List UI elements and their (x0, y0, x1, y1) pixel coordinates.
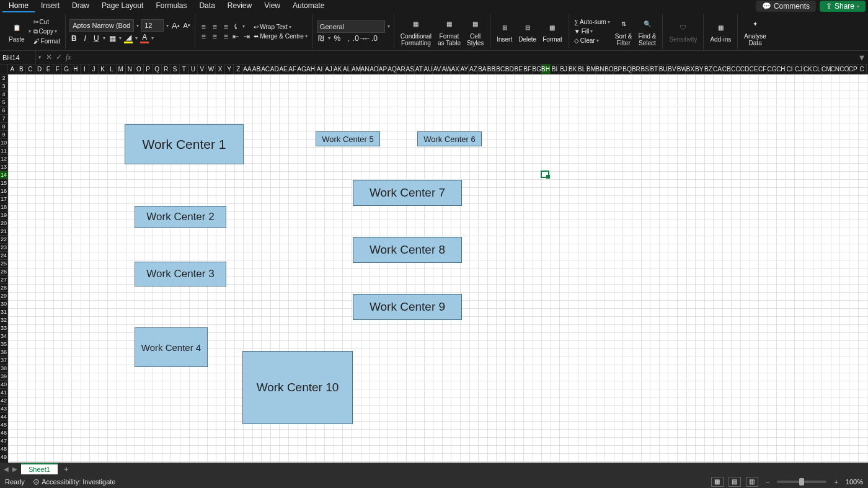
column-header[interactable]: T (180, 64, 189, 74)
column-header[interactable]: K (99, 64, 108, 74)
column-header[interactable]: AU (424, 64, 433, 74)
clear-button[interactable]: ◇Clear▾ (573, 37, 600, 45)
column-header[interactable]: AP (379, 64, 388, 74)
column-header[interactable]: BO (604, 64, 614, 74)
normal-view-button[interactable]: ▦ (711, 477, 724, 487)
column-header[interactable]: BF (523, 64, 533, 74)
column-header[interactable]: BM (587, 64, 596, 74)
column-header[interactable]: N (126, 64, 135, 74)
row-header[interactable]: 15 (0, 179, 8, 187)
row-header[interactable]: 24 (0, 252, 8, 260)
column-header[interactable]: CC (731, 64, 740, 74)
align-bottom-button[interactable]: ≡ (221, 22, 230, 31)
column-header[interactable]: CB (722, 64, 732, 74)
shape-work-center[interactable]: Work Center 6 (417, 131, 482, 146)
row-header[interactable]: 16 (0, 187, 8, 195)
column-header[interactable]: BL (577, 64, 587, 74)
column-header[interactable]: P (144, 64, 153, 74)
column-header[interactable]: V (198, 64, 207, 74)
enter-formula-button[interactable]: ✓ (56, 53, 62, 62)
add-sheet-button[interactable]: + (58, 464, 75, 474)
column-header[interactable]: CP (849, 64, 858, 74)
share-button[interactable]: ⇪ Share ▾ (820, 1, 866, 12)
column-header[interactable]: W (207, 64, 216, 74)
column-header[interactable]: BU (659, 64, 668, 74)
row-header[interactable]: 3 (0, 82, 8, 91)
row-header[interactable]: 38 (0, 365, 8, 373)
column-header[interactable]: BR (632, 64, 641, 74)
chevron-down-icon[interactable]: ▾ (388, 24, 390, 29)
column-header[interactable]: X (216, 64, 225, 74)
sort-filter-button[interactable]: ⇅Sort & Filter (613, 16, 635, 48)
column-header[interactable]: Q (153, 64, 162, 74)
active-cell[interactable] (541, 171, 549, 178)
row-header[interactable]: 46 (0, 429, 8, 437)
shape-work-center[interactable]: Work Center 5 (316, 131, 380, 146)
chevron-down-icon[interactable]: ▾ (29, 29, 31, 34)
column-header[interactable]: S (170, 64, 180, 74)
addins-button[interactable]: ▦Add-ins (707, 19, 733, 44)
format-cells-button[interactable]: ▦Format (540, 19, 565, 44)
wrap-text-button[interactable]: ↩Wrap Text▾ (252, 23, 293, 31)
chevron-down-icon[interactable]: ▾ (135, 35, 138, 41)
increase-indent-button[interactable]: ⇥ (242, 32, 251, 41)
sheet-nav-prev-button[interactable]: ◀ (4, 466, 9, 472)
chevron-down-icon[interactable]: ▾ (36, 55, 43, 60)
column-header[interactable]: BA (478, 64, 487, 74)
row-header[interactable]: 33 (0, 324, 8, 332)
column-header[interactable]: BW (677, 64, 686, 74)
shape-work-center[interactable]: Work Center 9 (353, 294, 462, 320)
column-header[interactable]: BV (668, 64, 677, 74)
column-header[interactable]: L (107, 64, 117, 74)
menu-item-insert[interactable]: Insert (35, 0, 66, 12)
row-header[interactable]: 44 (0, 413, 8, 421)
column-header[interactable]: AV (433, 64, 442, 74)
decrease-font-icon[interactable]: A▾ (182, 21, 191, 30)
column-header[interactable]: CJ (794, 64, 804, 74)
column-header[interactable]: Z (234, 64, 243, 74)
decrease-decimal-button[interactable]: ←.0 (366, 34, 375, 43)
fill-handle[interactable] (546, 175, 550, 179)
format-as-table-button[interactable]: ▦Format as Table (435, 16, 463, 48)
underline-button[interactable]: U (92, 34, 100, 43)
align-left-button[interactable]: ≡ (199, 32, 208, 41)
column-header[interactable]: I (81, 64, 90, 74)
row-header[interactable]: 27 (0, 276, 8, 284)
align-top-button[interactable]: ≡ (199, 22, 208, 31)
zoom-in-button[interactable]: + (831, 478, 840, 486)
column-header[interactable]: BY (695, 64, 704, 74)
row-header[interactable]: 9 (0, 131, 8, 139)
name-box[interactable] (0, 51, 36, 64)
column-header[interactable]: D (35, 64, 45, 74)
row-header[interactable]: 7 (0, 115, 8, 123)
column-header[interactable]: C (26, 64, 35, 74)
cut-button[interactable]: ✂Cut (32, 18, 51, 26)
row-header[interactable]: 45 (0, 421, 8, 429)
column-header[interactable]: AO (370, 64, 379, 74)
column-header[interactable]: AE (279, 64, 288, 74)
column-header[interactable]: G (62, 64, 71, 74)
conditional-formatting-button[interactable]: ▦Conditional Formatting (398, 16, 434, 48)
chevron-down-icon[interactable]: ▾ (328, 35, 330, 41)
italic-button[interactable]: I (81, 34, 89, 43)
align-middle-button[interactable]: ≡ (210, 22, 219, 31)
percent-button[interactable]: % (333, 34, 342, 43)
column-header[interactable]: BT (650, 64, 659, 74)
borders-button[interactable]: ▦ (108, 34, 117, 43)
column-header[interactable]: CH (776, 64, 786, 74)
menu-item-review[interactable]: Review (221, 0, 258, 12)
row-header[interactable]: 31 (0, 308, 8, 316)
column-header[interactable]: U (189, 64, 198, 74)
sheet-tab[interactable]: Sheet1 (21, 463, 58, 474)
menu-item-view[interactable]: View (258, 0, 286, 12)
column-header[interactable]: CE (749, 64, 758, 74)
increase-decimal-button[interactable]: .0→ (355, 34, 364, 43)
fx-button[interactable]: fx (66, 53, 71, 62)
column-header[interactable]: AZ (469, 64, 478, 74)
column-header[interactable]: O (135, 64, 144, 74)
column-header[interactable]: AR (397, 64, 406, 74)
column-header[interactable]: CN (831, 64, 840, 74)
row-header[interactable]: 23 (0, 244, 8, 252)
column-header[interactable]: J (89, 64, 99, 74)
column-header[interactable]: B (17, 64, 27, 74)
